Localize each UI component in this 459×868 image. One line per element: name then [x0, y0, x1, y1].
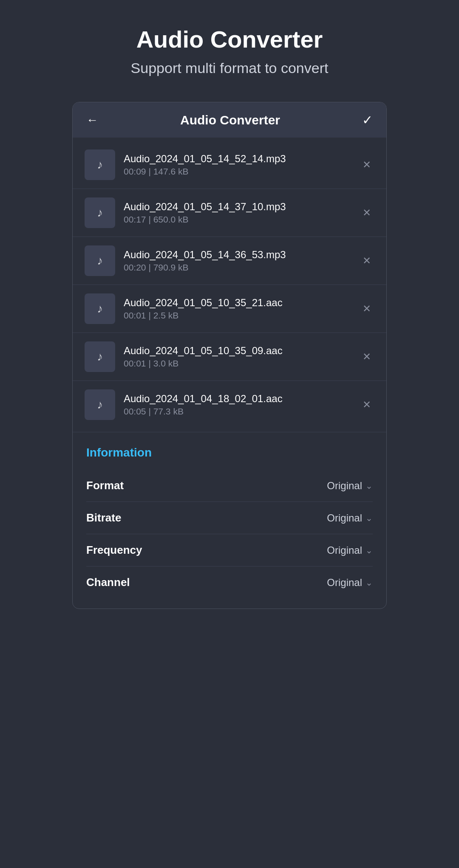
chevron-down-icon: ⌄	[366, 545, 373, 555]
list-item: ♪ Audio_2024_01_05_10_35_09.aac 00:01 | …	[73, 333, 386, 381]
file-icon-wrap: ♪	[85, 293, 115, 324]
info-row-label: Bitrate	[86, 511, 121, 524]
file-info: Audio_2024_01_04_18_02_01.aac 00:05 | 77…	[124, 393, 351, 417]
page-title: Audio Converter	[131, 25, 329, 53]
confirm-button[interactable]: ✓	[362, 113, 373, 127]
music-icon: ♪	[97, 158, 103, 172]
file-info: Audio_2024_01_05_10_35_09.aac 00:01 | 3.…	[124, 345, 351, 369]
music-icon: ♪	[97, 206, 103, 220]
list-item: ♪ Audio_2024_01_04_18_02_01.aac 00:05 | …	[73, 381, 386, 428]
music-icon: ♪	[97, 302, 103, 316]
info-rows: Format Original ⌄ Bitrate Original ⌄ Fre…	[86, 470, 373, 598]
music-icon: ♪	[97, 350, 103, 364]
info-row-label: Channel	[86, 576, 130, 589]
chevron-down-icon: ⌄	[366, 578, 373, 588]
list-item: ♪ Audio_2024_01_05_14_36_53.mp3 00:20 | …	[73, 237, 386, 285]
file-name: Audio_2024_01_05_14_52_14.mp3	[124, 153, 351, 165]
list-item: ♪ Audio_2024_01_05_10_35_21.aac 00:01 | …	[73, 285, 386, 333]
info-row: Bitrate Original ⌄	[86, 502, 373, 534]
file-info: Audio_2024_01_05_10_35_21.aac 00:01 | 2.…	[124, 297, 351, 321]
file-icon-wrap: ♪	[85, 389, 115, 420]
file-icon-wrap: ♪	[85, 245, 115, 276]
chevron-down-icon: ⌄	[366, 481, 373, 491]
info-row-label: Frequency	[86, 544, 142, 557]
music-icon: ♪	[97, 254, 103, 268]
info-row-label: Format	[86, 479, 124, 492]
file-info: Audio_2024_01_05_14_37_10.mp3 00:17 | 65…	[124, 201, 351, 225]
page-subtitle: Support multi format to convert	[131, 60, 329, 76]
remove-button[interactable]: ✕	[359, 299, 374, 318]
file-meta: 00:01 | 2.5 kB	[124, 310, 351, 321]
file-info: Audio_2024_01_05_14_52_14.mp3 00:09 | 14…	[124, 153, 351, 177]
file-meta: 00:05 | 77.3 kB	[124, 406, 351, 417]
file-meta: 00:01 | 3.0 kB	[124, 358, 351, 369]
file-name: Audio_2024_01_05_14_36_53.mp3	[124, 249, 351, 261]
remove-button[interactable]: ✕	[359, 395, 374, 414]
converter-card: ← Audio Converter ✓ ♪ Audio_2024_01_05_1…	[72, 102, 387, 609]
file-name: Audio_2024_01_05_10_35_09.aac	[124, 345, 351, 357]
file-name: Audio_2024_01_05_10_35_21.aac	[124, 297, 351, 309]
file-meta: 00:09 | 147.6 kB	[124, 166, 351, 177]
list-item: ♪ Audio_2024_01_05_14_52_14.mp3 00:09 | …	[73, 141, 386, 189]
file-icon-wrap: ♪	[85, 341, 115, 372]
card-title: Audio Converter	[180, 113, 280, 127]
back-button[interactable]: ←	[86, 114, 98, 126]
info-row-value[interactable]: Original ⌄	[327, 480, 373, 492]
file-meta: 00:20 | 790.9 kB	[124, 262, 351, 273]
remove-button[interactable]: ✕	[359, 155, 374, 174]
file-name: Audio_2024_01_05_14_37_10.mp3	[124, 201, 351, 213]
remove-button[interactable]: ✕	[359, 203, 374, 222]
card-header: ← Audio Converter ✓	[73, 102, 386, 138]
info-row-value[interactable]: Original ⌄	[327, 544, 373, 556]
information-section: Information Format Original ⌄ Bitrate Or…	[73, 432, 386, 609]
info-row: Frequency Original ⌄	[86, 534, 373, 566]
page-header: Audio Converter Support multi format to …	[114, 0, 346, 93]
remove-button[interactable]: ✕	[359, 251, 374, 270]
information-title: Information	[86, 446, 373, 459]
chevron-down-icon: ⌄	[366, 513, 373, 523]
music-icon: ♪	[97, 398, 103, 411]
file-icon-wrap: ♪	[85, 197, 115, 228]
info-row-value[interactable]: Original ⌄	[327, 512, 373, 524]
file-name: Audio_2024_01_04_18_02_01.aac	[124, 393, 351, 405]
list-item: ♪ Audio_2024_01_05_14_37_10.mp3 00:17 | …	[73, 189, 386, 237]
info-row: Channel Original ⌄	[86, 566, 373, 598]
file-meta: 00:17 | 650.0 kB	[124, 214, 351, 225]
info-row: Format Original ⌄	[86, 470, 373, 502]
file-info: Audio_2024_01_05_14_36_53.mp3 00:20 | 79…	[124, 249, 351, 273]
file-list: ♪ Audio_2024_01_05_14_52_14.mp3 00:09 | …	[73, 138, 386, 432]
info-row-value[interactable]: Original ⌄	[327, 577, 373, 589]
remove-button[interactable]: ✕	[359, 347, 374, 366]
file-icon-wrap: ♪	[85, 149, 115, 180]
